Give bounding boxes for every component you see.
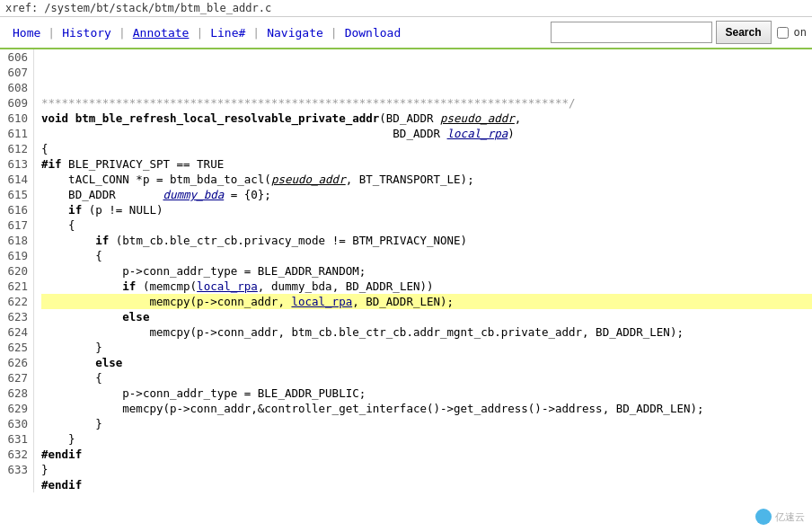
- watermark-icon: [755, 509, 772, 525]
- code-line: }: [41, 416, 812, 431]
- code-line: tACL_CONN *p = btm_bda_to_acl(pseudo_add…: [41, 172, 812, 187]
- code-area: 6066076086096106116126136146156166176186…: [0, 49, 812, 492]
- code-line: if (btm_cb.ble_ctr_cb.privacy_mode != BT…: [41, 233, 812, 248]
- nav-history[interactable]: History: [55, 22, 119, 43]
- code-line: if (p != NULL): [41, 202, 812, 217]
- code-line: BD_ADDR local_rpa): [41, 126, 812, 141]
- watermark-text: 亿速云: [775, 510, 805, 524]
- code-line: memcpy(p->conn_addr, local_rpa, BD_ADDR_…: [41, 294, 812, 309]
- code-line: p->conn_addr_type = BLE_ADDR_RANDOM;: [41, 263, 812, 279]
- code-line: memcpy(p->conn_addr,&controller_get_inte…: [41, 401, 812, 416]
- code-line: }: [41, 340, 812, 355]
- nav-annotate[interactable]: Annotate: [126, 22, 197, 43]
- code-line: BD_ADDR dummy_bda = {0};: [41, 187, 812, 202]
- breadcrumb: xref: /system/bt/stack/btm/btm_ble_addr.…: [0, 0, 812, 17]
- code-line: ****************************************…: [41, 95, 812, 111]
- code-line: #endif: [41, 447, 812, 462]
- code-line: {: [41, 141, 812, 156]
- code-line: }: [41, 431, 812, 447]
- code-line: else: [41, 355, 812, 370]
- on-label: on: [794, 26, 807, 39]
- code-line: {: [41, 248, 812, 263]
- code-line: void btm_ble_refresh_local_resolvable_pr…: [41, 111, 812, 126]
- code-line: }: [41, 462, 812, 477]
- code-line: else: [41, 309, 812, 324]
- code-line: #if BLE_PRIVACY_SPT == TRUE: [41, 156, 812, 172]
- code-line: {: [41, 217, 812, 233]
- navigation-bar: Home | History | Annotate | Line# | Navi…: [0, 17, 812, 49]
- code-line: #endif: [41, 477, 812, 492]
- search-area: Search on: [551, 21, 807, 44]
- code-line: {: [41, 370, 812, 386]
- on-checkbox[interactable]: [777, 27, 789, 39]
- search-input[interactable]: [551, 22, 712, 43]
- nav-linenum[interactable]: Line#: [203, 22, 252, 43]
- code-line: memcpy(p->conn_addr, btm_cb.ble_ctr_cb.a…: [41, 324, 812, 340]
- nav-download[interactable]: Download: [338, 22, 409, 43]
- nav-navigate[interactable]: Navigate: [260, 22, 331, 43]
- search-button[interactable]: Search: [716, 21, 772, 44]
- code-line: if (memcmp(local_rpa, dummy_bda, BD_ADDR…: [41, 279, 812, 294]
- watermark: 亿速云: [755, 509, 805, 525]
- line-numbers: 6066076086096106116126136146156166176186…: [0, 49, 34, 492]
- nav-home[interactable]: Home: [5, 22, 48, 43]
- code-line: p->conn_addr_type = BLE_ADDR_PUBLIC;: [41, 386, 812, 401]
- code-content[interactable]: ****************************************…: [34, 49, 812, 492]
